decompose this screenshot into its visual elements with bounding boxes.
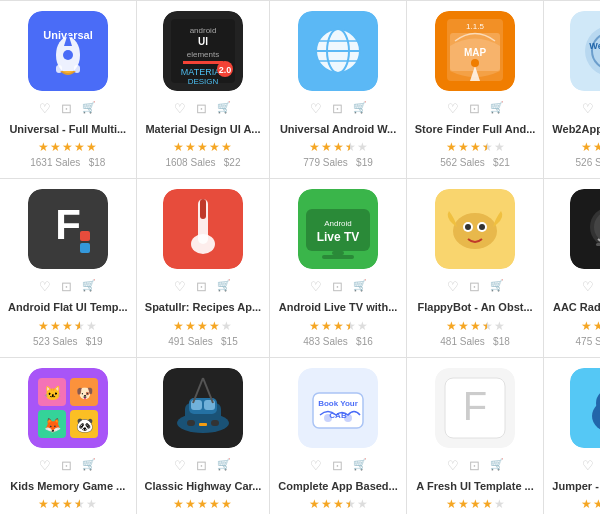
- star-full: ★: [209, 319, 220, 333]
- heart-icon[interactable]: ♡: [310, 101, 322, 116]
- svg-text:DESIGN: DESIGN: [188, 77, 219, 86]
- app-icon-store[interactable]: 1.1.5 MAP: [435, 11, 515, 91]
- star-full: ★: [470, 497, 481, 511]
- cart-icon[interactable]: 🛒: [82, 458, 96, 473]
- app-card-material: android UI elements MATERIAL DESIGN 2.0 …: [137, 1, 271, 179]
- folder-icon[interactable]: ⊡: [61, 101, 72, 116]
- app-icon-kids[interactable]: 🐱 🐶 🦊 🐼: [28, 368, 108, 448]
- cart-icon[interactable]: 🛒: [490, 279, 504, 294]
- svg-rect-39: [80, 243, 90, 253]
- star-rating: ★★★ ★ ★ ★: [446, 319, 505, 333]
- heart-icon[interactable]: ♡: [174, 279, 186, 294]
- folder-icon[interactable]: ⊡: [469, 101, 480, 116]
- app-icon-universal-w[interactable]: [298, 11, 378, 91]
- star-full: ★: [50, 140, 61, 154]
- heart-icon[interactable]: ♡: [174, 101, 186, 116]
- folder-icon[interactable]: ⊡: [469, 279, 480, 294]
- sales-price: 481 Sales $18: [440, 336, 510, 347]
- heart-icon[interactable]: ♡: [39, 101, 51, 116]
- star-full: ★: [38, 497, 49, 511]
- svg-text:F: F: [55, 201, 81, 248]
- app-card-highway: ♡ ⊡ 🛒 Classic Highway Car... ★★★★★ 421 S…: [137, 358, 271, 514]
- svg-text:elements: elements: [187, 50, 219, 59]
- app-title: Android Flat UI Temp...: [8, 300, 128, 314]
- cart-icon[interactable]: 🛒: [353, 101, 367, 116]
- app-icon-jumper[interactable]: [570, 368, 600, 448]
- cart-icon[interactable]: 🛒: [217, 279, 231, 294]
- heart-icon[interactable]: ♡: [582, 101, 594, 116]
- star-rating: ★★★ ★ ★ ★: [581, 140, 600, 154]
- app-icon-spatullr[interactable]: [163, 189, 243, 269]
- sales-price: 523 Sales $19: [33, 336, 103, 347]
- heart-icon[interactable]: ♡: [39, 279, 51, 294]
- app-icon-flat[interactable]: F: [28, 189, 108, 269]
- svg-text:MAP: MAP: [464, 47, 487, 58]
- star-full: ★: [197, 140, 208, 154]
- folder-icon[interactable]: ⊡: [196, 101, 207, 116]
- star-full: ★: [309, 140, 320, 154]
- folder-icon[interactable]: ⊡: [332, 279, 343, 294]
- sales-price: 483 Sales $16: [303, 336, 373, 347]
- app-icon-aac[interactable]: [570, 189, 600, 269]
- sales-price: 562 Sales $21: [440, 157, 510, 168]
- folder-icon[interactable]: ⊡: [469, 458, 480, 473]
- app-icon-universal[interactable]: Universal: [28, 11, 108, 91]
- app-title: Material Design UI A...: [145, 122, 262, 136]
- action-icons: ♡ ⊡ 🛒: [39, 458, 96, 473]
- star-empty: ★: [494, 140, 505, 154]
- cart-icon[interactable]: 🛒: [353, 279, 367, 294]
- cart-icon[interactable]: 🛒: [217, 101, 231, 116]
- sales-price: 779 Sales $19: [303, 157, 373, 168]
- heart-icon[interactable]: ♡: [310, 458, 322, 473]
- star-rating: ★★★ ★ ★ ★: [309, 497, 368, 511]
- app-icon-highway[interactable]: [163, 368, 243, 448]
- action-icons: ♡ ⊡ 🛒: [310, 279, 367, 294]
- folder-icon[interactable]: ⊡: [196, 458, 207, 473]
- cart-icon[interactable]: 🛒: [490, 458, 504, 473]
- heart-icon[interactable]: ♡: [582, 279, 594, 294]
- svg-rect-38: [80, 231, 90, 241]
- heart-icon[interactable]: ♡: [582, 458, 594, 473]
- cart-icon[interactable]: 🛒: [490, 101, 504, 116]
- cart-icon[interactable]: 🛒: [217, 458, 231, 473]
- star-empty: ★: [494, 319, 505, 333]
- app-grid: Universal ♡ ⊡ 🛒 Universal - Full Multi..…: [0, 0, 600, 514]
- app-icon-complete[interactable]: Book Your CAB: [298, 368, 378, 448]
- app-icon-fresh[interactable]: F: [435, 368, 515, 448]
- cart-icon[interactable]: 🛒: [82, 101, 96, 116]
- folder-icon[interactable]: ⊡: [332, 101, 343, 116]
- heart-icon[interactable]: ♡: [39, 458, 51, 473]
- cart-icon[interactable]: 🛒: [353, 458, 367, 473]
- star-empty: ★: [357, 497, 368, 511]
- folder-icon[interactable]: ⊡: [61, 458, 72, 473]
- star-full: ★: [581, 497, 592, 511]
- svg-point-55: [479, 224, 485, 230]
- folder-icon[interactable]: ⊡: [332, 458, 343, 473]
- star-rating: ★★★★★: [173, 319, 232, 333]
- heart-icon[interactable]: ♡: [310, 279, 322, 294]
- sales-price: 1631 Sales $18: [30, 157, 105, 168]
- app-title: A Fresh UI Template ...: [415, 479, 536, 493]
- app-card-aac: ♡ ⊡ 🛒 AAC Radio App - An... ★★★ ★ ★ ★ 47…: [544, 179, 600, 357]
- heart-icon[interactable]: ♡: [447, 279, 459, 294]
- folder-icon[interactable]: ⊡: [61, 279, 72, 294]
- app-icon-material[interactable]: android UI elements MATERIAL DESIGN 2.0: [163, 11, 243, 91]
- star-full: ★: [482, 497, 493, 511]
- svg-text:android: android: [190, 26, 217, 35]
- heart-icon[interactable]: ♡: [447, 458, 459, 473]
- svg-text:🐱: 🐱: [43, 385, 61, 402]
- app-icon-flappybot[interactable]: [435, 189, 515, 269]
- star-half: ★ ★: [74, 319, 85, 333]
- folder-icon[interactable]: ⊡: [196, 279, 207, 294]
- app-card-flappybot: ♡ ⊡ 🛒 FlappyBot - An Obst... ★★★ ★ ★ ★ 4…: [407, 179, 545, 357]
- star-full: ★: [62, 497, 73, 511]
- star-full: ★: [458, 319, 469, 333]
- app-icon-androidtv[interactable]: Android Live TV: [298, 189, 378, 269]
- heart-icon[interactable]: ♡: [174, 458, 186, 473]
- cart-icon[interactable]: 🛒: [82, 279, 96, 294]
- action-icons: ♡ ⊡ 🛒: [39, 279, 96, 294]
- heart-icon[interactable]: ♡: [447, 101, 459, 116]
- star-rating: ★★★ ★ ★ ★: [38, 497, 97, 511]
- star-full: ★: [62, 319, 73, 333]
- app-icon-web2app[interactable]: Web2App: [570, 11, 600, 91]
